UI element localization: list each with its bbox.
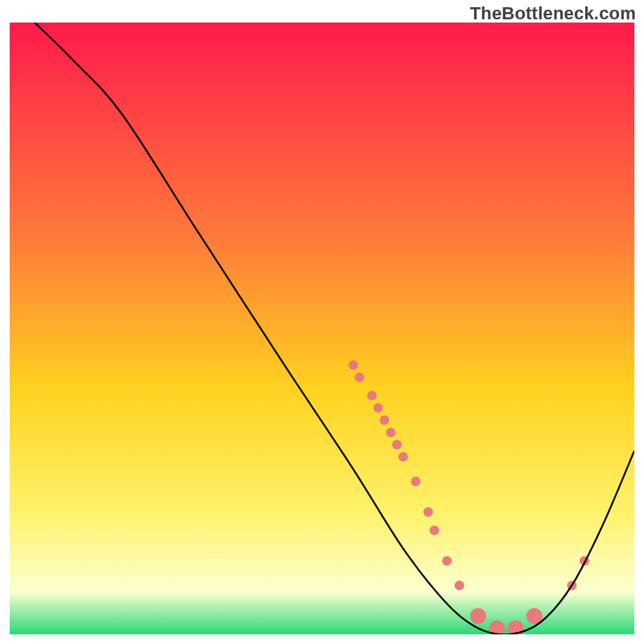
data-point [423,507,433,517]
chart-svg [10,23,634,634]
data-point [398,452,408,462]
watermark-text: TheBottleneck.com [470,3,636,24]
gradient-background [10,23,634,634]
data-point [367,391,377,401]
data-point [392,440,402,449]
data-point [349,361,358,370]
data-point [411,477,420,486]
data-point [380,415,390,425]
data-point [386,427,395,437]
chart-container: TheBottleneck.com [0,0,644,644]
data-point [430,526,440,535]
data-point [442,556,452,566]
plot-area [10,23,634,634]
data-point [355,373,365,382]
data-point [470,608,486,624]
data-point [374,403,383,413]
data-point [455,580,464,590]
